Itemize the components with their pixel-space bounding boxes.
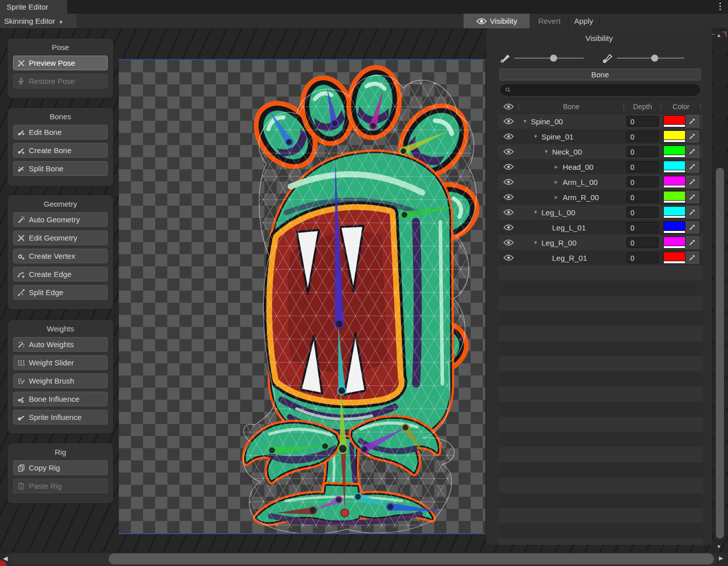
edit-bone-button[interactable]: Edit Bone [13,125,108,139]
paste-rig-button[interactable]: Paste Rig [13,479,108,493]
weight-slider-button[interactable]: Weight Slider [13,355,108,370]
bone-color-swatch[interactable] [663,176,686,188]
bone-row[interactable]: Leg_L_01 0 [498,220,703,235]
bone-color-swatch[interactable] [663,130,686,143]
bone-opacity-slider-knob[interactable] [550,55,557,62]
sprite-editor-tab[interactable]: Sprite Editor [0,0,67,14]
create-edge-button[interactable]: Create Edge [13,267,108,281]
create-vertex-button[interactable]: Create Vertex [13,249,108,263]
eyedropper-icon[interactable] [686,115,699,127]
bone-color-swatch[interactable] [663,206,686,218]
bone-color-swatch[interactable] [663,252,686,264]
depth-field[interactable]: 0 [626,131,659,142]
bone-row[interactable]: ▼ Spine_00 0 [498,114,703,129]
eye-icon[interactable] [503,254,514,261]
bone-row[interactable]: ▼ Leg_L_00 0 [498,205,703,220]
mesh-opacity-slider-track[interactable] [617,58,685,59]
visibility-button[interactable]: Visibility [464,14,530,28]
column-depth[interactable]: Depth [624,103,661,111]
column-bone[interactable]: Bone [519,103,624,111]
vertical-scrollbar-thumb[interactable] [716,168,724,539]
bone-search-box[interactable] [500,84,700,96]
eye-icon[interactable] [503,239,514,246]
split-bone-button[interactable]: Split Bone [13,161,108,176]
bone-search-input[interactable] [514,85,699,95]
bone-row[interactable]: ▼ Spine_01 0 [498,129,703,144]
eyedropper-icon[interactable] [686,237,699,249]
revert-button[interactable]: Revert [530,14,568,28]
foldout-arrow-icon[interactable]: ▼ [533,134,540,139]
skinning-editor-dropdown[interactable]: Skinning Editor▼ [0,14,77,28]
foldout-arrow-icon[interactable]: ▼ [533,210,540,215]
sprite-canvas[interactable] [119,59,485,534]
restore-pose-button[interactable]: Restore Pose [13,74,108,88]
bone-row[interactable]: ▼ Neck_00 0 [498,144,703,159]
eye-icon[interactable] [503,194,514,201]
preview-pose-button[interactable]: Preview Pose [13,56,108,70]
eye-icon[interactable] [503,224,514,231]
bone-influence-button[interactable]: Bone Influence [13,392,108,406]
eye-icon[interactable] [503,118,514,125]
eyedropper-icon[interactable] [686,206,699,218]
foldout-arrow-icon[interactable]: ▼ [544,149,551,154]
eyedropper-icon[interactable] [686,130,699,143]
panel-title: Bones [8,108,113,125]
bone-row[interactable]: ▶ Arm_R_00 0 [498,190,703,205]
bone-color-swatch[interactable] [663,237,686,249]
bone-tab[interactable]: Bone [499,69,701,80]
eye-icon[interactable] [503,148,514,155]
split-edge-button[interactable]: Split Edge [13,285,108,300]
eyedropper-icon[interactable] [686,146,699,158]
bone-color-swatch[interactable] [663,191,686,203]
depth-field[interactable]: 0 [626,222,659,233]
create-bone-button[interactable]: Create Bone [13,143,108,158]
eye-icon[interactable] [503,178,514,185]
foldout-arrow-icon[interactable]: ▶ [555,195,561,200]
foldout-arrow-icon[interactable]: ▼ [533,240,540,245]
sprite-influence-button[interactable]: Sprite Influence [13,410,108,424]
bone-color-swatch[interactable] [663,115,686,127]
eye-icon[interactable] [503,163,514,170]
foldout-arrow-icon[interactable]: ▶ [555,179,561,184]
eye-icon[interactable] [503,103,514,110]
bone-row[interactable]: ▶ Arm_L_00 0 [498,174,703,190]
scroll-up-icon[interactable]: ▲ [716,32,721,38]
empty-row [498,523,703,538]
bone-opacity-slider-track[interactable] [514,58,584,59]
foldout-arrow-icon[interactable]: ▶ [555,164,561,169]
column-color[interactable]: Color [661,103,701,111]
bone-color-swatch[interactable] [663,161,686,173]
depth-field[interactable]: 0 [626,176,659,187]
apply-button[interactable]: Apply [569,14,599,28]
eyedropper-icon[interactable] [686,161,699,173]
depth-field[interactable]: 0 [626,146,659,157]
bone-color-swatch[interactable] [663,146,686,158]
eyedropper-icon[interactable] [686,252,699,264]
bone-row[interactable]: Leg_R_01 0 [498,250,703,265]
foldout-arrow-icon[interactable]: ▼ [523,119,529,124]
depth-field[interactable]: 0 [626,252,659,263]
kebab-menu-icon[interactable] [719,3,721,10]
depth-field[interactable]: 0 [626,237,659,248]
horizontal-scrollbar-thumb[interactable] [109,553,714,564]
scroll-right-icon[interactable]: ▶ [719,555,723,561]
scroll-down-icon[interactable]: ▼ [716,544,721,549]
bone-color-swatch[interactable] [663,221,686,233]
bone-row[interactable]: ▼ Leg_R_00 0 [498,235,703,250]
eyedropper-icon[interactable] [686,221,699,233]
eyedropper-icon[interactable] [686,191,699,203]
eyedropper-icon[interactable] [686,176,699,188]
edit-geometry-button[interactable]: Edit Geometry [13,230,108,245]
weight-brush-button[interactable]: Weight Brush [13,373,108,388]
mesh-opacity-slider-knob[interactable] [651,55,658,62]
auto-weights-button[interactable]: Auto Weights [13,337,108,352]
depth-field[interactable]: 0 [626,207,659,218]
eye-icon[interactable] [503,133,514,140]
depth-field[interactable]: 0 [626,116,659,127]
depth-field[interactable]: 0 [626,161,659,172]
depth-field[interactable]: 0 [626,192,659,203]
eye-icon[interactable] [503,209,514,216]
auto-geometry-button[interactable]: Auto Geometry [13,212,108,227]
bone-row[interactable]: ▶ Head_00 0 [498,159,703,174]
copy-rig-button[interactable]: Copy Rig [13,460,108,475]
